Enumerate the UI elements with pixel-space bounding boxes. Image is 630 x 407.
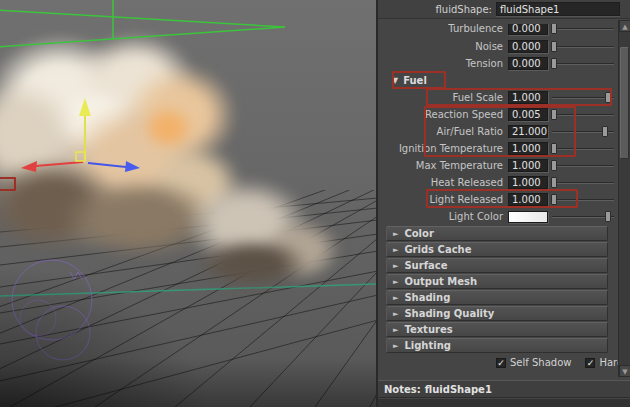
chevron-right-icon: ► xyxy=(393,246,398,254)
attr-label: Fuel Scale xyxy=(378,92,508,103)
chevron-right-icon: ► xyxy=(393,326,398,334)
hardware-shadow-checkbox[interactable]: ✓ xyxy=(585,358,595,368)
light-color-swatch[interactable] xyxy=(508,211,548,223)
self-shadow-label: Self Shadow xyxy=(510,357,571,368)
scrollbar-thumb[interactable] xyxy=(620,47,629,159)
attr-label: Max Temperature xyxy=(378,160,508,171)
lighting-options-row: ✓ Self Shadow ✓ Hardware Shadow xyxy=(378,355,618,370)
section-title: Shading Quality xyxy=(404,308,494,319)
attr-slider[interactable] xyxy=(552,24,614,35)
attr-value-field[interactable]: 0.000 xyxy=(508,57,548,70)
slider-handle[interactable] xyxy=(602,126,608,137)
notes-text-area[interactable] xyxy=(378,399,630,407)
attr-slider[interactable] xyxy=(552,91,614,104)
attr-value-field[interactable]: 21.000 xyxy=(508,125,548,138)
section-bar-textures[interactable]: ► Textures xyxy=(386,322,608,337)
notes-bar: Notes: fluidShape1 xyxy=(378,380,630,398)
attr-slider[interactable] xyxy=(552,40,614,53)
panel-scrollbar[interactable]: ▲ ▼ xyxy=(618,20,630,377)
slider-handle[interactable] xyxy=(551,58,557,69)
attr-row-tension: Tension 0.000 xyxy=(378,55,618,72)
slider-track xyxy=(552,148,614,150)
section-bar-color[interactable]: ► Color xyxy=(386,226,608,241)
section-bar-surface[interactable]: ► Surface xyxy=(386,258,608,273)
attr-value-field[interactable]: 0.000 xyxy=(508,24,548,35)
attr-slider[interactable] xyxy=(552,57,614,70)
chevron-down-icon: ▼ xyxy=(392,76,398,85)
chevron-right-icon: ► xyxy=(393,230,398,238)
attribute-editor-header: fluidShape: fluidShape1 xyxy=(378,0,630,19)
attr-row-heat-released: Heat Released 1.000 xyxy=(378,174,618,191)
attr-label: Light Released xyxy=(378,194,508,205)
fuel-section-header[interactable]: ▼ Fuel xyxy=(378,72,618,89)
attr-label: Ignition Temperature xyxy=(378,143,508,154)
maya-window: fluidShape: fluidShape1 Turbulence 0.000… xyxy=(0,0,630,407)
slider-handle[interactable] xyxy=(551,143,557,154)
attr-row-air-fuel-ratio: Air/Fuel Ratio 21.000 xyxy=(378,123,618,140)
attr-label: Air/Fuel Ratio xyxy=(378,126,508,137)
notes-label: Notes: xyxy=(384,384,421,395)
slider-handle[interactable] xyxy=(551,109,557,120)
notes-value: fluidShape1 xyxy=(425,384,492,395)
attr-value-field[interactable]: 0.000 xyxy=(508,40,548,53)
slider-track xyxy=(552,63,614,65)
attr-row-noise: Noise 0.000 xyxy=(378,38,618,55)
slider-handle[interactable] xyxy=(605,211,611,222)
section-title: Lighting xyxy=(404,340,451,351)
attr-row-light-color: Light Color xyxy=(378,208,618,225)
attr-label: Heat Released xyxy=(378,177,508,188)
scroll-down-button[interactable]: ▼ xyxy=(619,365,630,377)
attr-slider[interactable] xyxy=(552,159,614,172)
slider-handle[interactable] xyxy=(551,41,557,52)
section-bar-output-mesh[interactable]: ► Output Mesh xyxy=(386,274,608,289)
attr-label: Reaction Speed xyxy=(378,109,508,120)
section-title: Grids Cache xyxy=(404,244,471,255)
attr-value-field[interactable]: 1.000 xyxy=(508,193,548,206)
attr-value-field[interactable]: 1.000 xyxy=(508,159,548,172)
attr-value-field[interactable]: 1.000 xyxy=(508,142,548,155)
attr-row-max-temperature: Max Temperature 1.000 xyxy=(378,157,618,174)
section-bar-shading-quality[interactable]: ► Shading Quality xyxy=(386,306,608,321)
attribute-rows: Turbulence 0.000 Noise 0.000 Tension xyxy=(378,24,618,370)
section-title: Surface xyxy=(404,260,447,271)
slider-handle[interactable] xyxy=(551,194,557,205)
slider-track xyxy=(552,46,614,48)
self-shadow-checkbox[interactable]: ✓ xyxy=(496,358,506,368)
attr-value-field[interactable]: 1.000 xyxy=(508,91,548,104)
slider-handle[interactable] xyxy=(605,92,611,103)
attr-label: Noise xyxy=(378,41,508,52)
attr-slider[interactable] xyxy=(552,210,614,223)
attr-value-field[interactable]: 1.000 xyxy=(508,176,548,189)
chevron-right-icon: ► xyxy=(393,262,398,270)
attr-value-field[interactable]: 0.005 xyxy=(508,108,548,121)
section-bar-lighting[interactable]: ► Lighting xyxy=(386,338,608,353)
chevron-right-icon: ► xyxy=(393,342,398,350)
node-name-field[interactable]: fluidShape1 xyxy=(496,2,620,16)
slider-track xyxy=(552,28,614,30)
section-title: Color xyxy=(404,228,433,239)
section-title: Shading xyxy=(404,292,450,303)
chevron-right-icon: ► xyxy=(393,278,398,286)
attr-label: Turbulence xyxy=(378,24,508,34)
attr-slider[interactable] xyxy=(552,108,614,121)
section-bar-grids-cache[interactable]: ► Grids Cache xyxy=(386,242,608,257)
slider-handle[interactable] xyxy=(551,177,557,188)
attr-slider[interactable] xyxy=(552,193,614,206)
attr-row-ignition-temperature: Ignition Temperature 1.000 xyxy=(378,140,618,157)
section-title: Output Mesh xyxy=(404,276,477,287)
slider-track xyxy=(552,114,614,116)
section-bar-shading[interactable]: ► Shading xyxy=(386,290,608,305)
explosion-smoke-cloud[interactable] xyxy=(0,0,376,407)
slider-handle[interactable] xyxy=(551,24,557,34)
viewport-3d[interactable] xyxy=(0,0,376,407)
attr-slider[interactable] xyxy=(552,176,614,189)
hardware-shadow-label: Hardware Shadow xyxy=(599,357,618,368)
slider-track xyxy=(552,182,614,184)
attr-slider[interactable] xyxy=(552,125,614,138)
attr-slider[interactable] xyxy=(552,142,614,155)
scroll-up-button[interactable]: ▲ xyxy=(619,20,630,32)
attr-row-light-released: Light Released 1.000 xyxy=(378,191,618,208)
fuel-section-title: Fuel xyxy=(403,75,427,86)
attribute-editor-panel: fluidShape: fluidShape1 Turbulence 0.000… xyxy=(378,0,630,407)
slider-handle[interactable] xyxy=(551,160,557,171)
